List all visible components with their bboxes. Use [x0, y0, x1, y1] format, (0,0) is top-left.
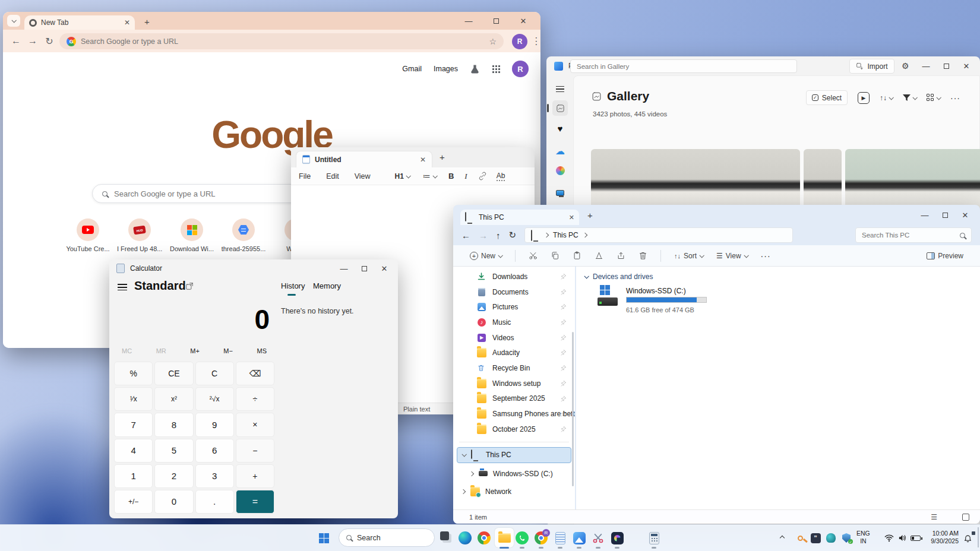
- drive-item[interactable]: Windows-SSD (C:) 61.6 GB free of 474 GB: [598, 287, 776, 318]
- bold-button[interactable]: B: [448, 172, 454, 180]
- back-icon[interactable]: ←: [461, 230, 470, 240]
- cut-icon[interactable]: [529, 251, 538, 260]
- maximize-button[interactable]: [936, 58, 956, 74]
- sort-icon[interactable]: ↑↓: [880, 94, 893, 102]
- address-input[interactable]: [81, 37, 484, 46]
- link-icon[interactable]: [478, 172, 487, 180]
- menu-view[interactable]: View: [347, 172, 378, 180]
- key-9[interactable]: 9: [195, 413, 234, 436]
- tab-close-icon[interactable]: ✕: [569, 214, 574, 221]
- search-labs-icon[interactable]: [470, 64, 480, 74]
- new-tab-button[interactable]: +: [440, 152, 445, 162]
- chrome-profile-icon[interactable]: R: [533, 530, 549, 546]
- nav-onedrive-cloud-icon[interactable]: ☁: [552, 143, 568, 159]
- key-divide[interactable]: ÷: [236, 387, 274, 411]
- reload-icon[interactable]: ↻: [41, 36, 58, 47]
- notifications-bell-icon[interactable]: [960, 530, 975, 546]
- google-account-avatar[interactable]: R: [512, 61, 529, 77]
- nav-item-videos[interactable]: ▶Videos: [453, 330, 575, 346]
- minimize-button[interactable]: —: [334, 261, 354, 276]
- nav-item-october-2025[interactable]: October 2025: [453, 422, 575, 437]
- key-1[interactable]: 1: [114, 464, 153, 488]
- delete-trash-icon[interactable]: [638, 251, 647, 260]
- tray-key-icon[interactable]: [792, 530, 808, 546]
- battery-icon[interactable]: [908, 530, 923, 546]
- chrome-icon[interactable]: [476, 530, 492, 546]
- breadcrumb-bar[interactable]: This PC: [524, 227, 793, 243]
- copy-icon[interactable]: [551, 251, 559, 260]
- new-button[interactable]: +New: [470, 252, 502, 260]
- whatsapp-icon[interactable]: [514, 530, 530, 546]
- nav-item-samsung-phones[interactable]: Samsung Phones are better: [453, 406, 575, 422]
- menu-file[interactable]: File: [291, 172, 318, 180]
- key-6[interactable]: 6: [195, 439, 234, 463]
- nav-folders-icon[interactable]: [552, 185, 568, 200]
- tray-quote-app-icon[interactable]: ”: [808, 530, 823, 546]
- shortcut-video[interactable]: HUD I Freed Up 48...: [117, 218, 162, 252]
- tree-item-windows-ssd[interactable]: Windows-SSD (C:): [453, 467, 575, 481]
- memory-add-button[interactable]: M+: [190, 347, 200, 354]
- more-options-icon[interactable]: ···: [950, 93, 960, 103]
- maximize-button[interactable]: [935, 207, 955, 223]
- address-bar[interactable]: G ☆: [59, 33, 504, 49]
- paste-icon[interactable]: [573, 251, 581, 260]
- calculator-mode[interactable]: Standard: [134, 279, 186, 293]
- maximize-button[interactable]: [486, 13, 506, 28]
- list-style-button[interactable]: ≔: [423, 172, 437, 180]
- tray-chevron-up-icon[interactable]: [774, 530, 790, 546]
- nav-item-downloads[interactable]: Downloads: [453, 269, 575, 284]
- see-more-icon[interactable]: ···: [761, 251, 771, 261]
- nav-item-documents[interactable]: Documents: [453, 284, 575, 300]
- key-4[interactable]: 4: [114, 439, 153, 463]
- rename-icon[interactable]: [595, 251, 603, 260]
- minimize-button[interactable]: —: [916, 58, 936, 74]
- nav-item-music[interactable]: ♪Music: [453, 315, 575, 330]
- key-negate[interactable]: +/−: [114, 490, 153, 514]
- memory-recall-button[interactable]: MR: [156, 347, 166, 354]
- italic-button[interactable]: I: [464, 172, 467, 181]
- key-clear[interactable]: C: [195, 362, 234, 385]
- key-reciprocal[interactable]: ¹⁄x: [114, 387, 153, 411]
- tab-search-button[interactable]: [7, 15, 20, 27]
- details-view-toggle-icon[interactable]: ☰: [931, 513, 937, 521]
- forward-icon[interactable]: →: [479, 230, 488, 240]
- minimize-button[interactable]: —: [915, 207, 935, 223]
- key-subtract[interactable]: −: [236, 439, 274, 463]
- key-square-root[interactable]: ²√x: [195, 387, 234, 411]
- close-button[interactable]: ✕: [513, 13, 533, 28]
- new-tab-button[interactable]: +: [587, 210, 593, 220]
- tree-item-this-pc[interactable]: This PC: [457, 447, 571, 463]
- new-tab-button[interactable]: +: [144, 17, 150, 27]
- explorer-search-input[interactable]: [862, 232, 960, 239]
- keep-on-top-icon[interactable]: [185, 282, 194, 290]
- tab-close-icon[interactable]: ✕: [124, 18, 130, 27]
- chrome-profile-avatar[interactable]: R: [512, 34, 527, 49]
- images-link[interactable]: Images: [434, 65, 458, 73]
- back-icon[interactable]: ←: [8, 36, 24, 46]
- calculator-taskbar-icon[interactable]: [646, 530, 662, 546]
- nav-item-september-2025[interactable]: September 2025: [453, 391, 575, 407]
- close-button[interactable]: ✕: [956, 58, 976, 74]
- clipchamp-icon[interactable]: [609, 530, 625, 546]
- menu-hamburger-icon[interactable]: [552, 81, 568, 97]
- edge-icon[interactable]: [457, 530, 473, 546]
- snipping-tool-icon[interactable]: [590, 530, 606, 546]
- key-5[interactable]: 5: [154, 439, 193, 463]
- nav-icloud-photos-icon[interactable]: [552, 163, 568, 178]
- close-button[interactable]: ✕: [955, 207, 975, 223]
- nav-item-pictures[interactable]: Pictures: [453, 299, 575, 315]
- key-multiply[interactable]: ×: [236, 413, 274, 436]
- import-button[interactable]: Import: [849, 59, 894, 74]
- start-button[interactable]: [316, 530, 331, 546]
- explorer-search-box[interactable]: [855, 227, 972, 243]
- maximize-button[interactable]: [354, 261, 374, 276]
- chrome-menu-icon[interactable]: ···: [532, 37, 542, 47]
- menu-edit[interactable]: Edit: [318, 172, 347, 180]
- view-button[interactable]: ☰View: [716, 252, 748, 260]
- forward-icon[interactable]: →: [24, 36, 41, 46]
- taskbar-search[interactable]: Search: [339, 528, 435, 547]
- sort-button[interactable]: ↑↓Sort: [674, 252, 703, 260]
- notepad-app-icon[interactable]: [552, 530, 568, 546]
- memory-clear-button[interactable]: MC: [122, 347, 132, 354]
- minimize-button[interactable]: —: [459, 13, 479, 28]
